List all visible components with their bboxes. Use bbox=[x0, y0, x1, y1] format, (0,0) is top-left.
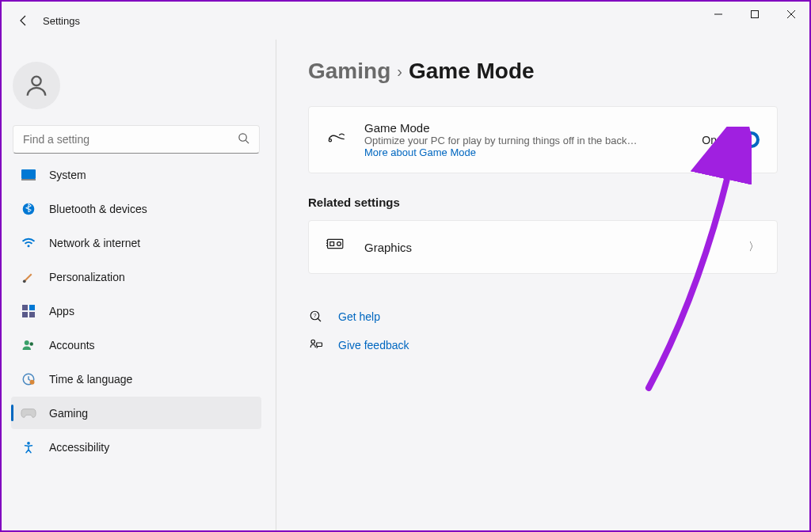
svg-point-11 bbox=[23, 279, 26, 283]
graphics-label: Graphics bbox=[364, 241, 731, 254]
sidebar-item-label: Time & language bbox=[49, 373, 132, 386]
graphics-card[interactable]: Graphics 〉 bbox=[308, 220, 778, 274]
time-icon bbox=[21, 371, 36, 387]
accessibility-icon bbox=[21, 439, 36, 455]
system-icon bbox=[21, 167, 36, 183]
give-feedback-link[interactable]: Give feedback bbox=[308, 331, 778, 359]
sidebar-item-label: Network & internet bbox=[49, 237, 140, 249]
apps-icon bbox=[21, 303, 36, 319]
window-title: Settings bbox=[43, 15, 80, 27]
help-icon: ? bbox=[308, 309, 324, 325]
svg-rect-1 bbox=[752, 11, 759, 18]
sidebar: System Bluetooth & devices Network & int… bbox=[2, 40, 271, 530]
svg-rect-13 bbox=[29, 305, 35, 310]
bluetooth-icon bbox=[21, 201, 36, 217]
chevron-right-icon: 〉 bbox=[748, 240, 760, 254]
get-help-text: Get help bbox=[338, 310, 380, 323]
game-mode-icon bbox=[326, 130, 347, 150]
search-box[interactable] bbox=[13, 125, 260, 154]
svg-point-19 bbox=[30, 379, 35, 384]
svg-point-17 bbox=[30, 342, 34, 346]
svg-text:?: ? bbox=[314, 313, 317, 318]
chevron-right-icon: › bbox=[397, 63, 402, 81]
sidebar-item-network[interactable]: Network & internet bbox=[11, 226, 261, 259]
svg-point-4 bbox=[32, 77, 40, 86]
sidebar-item-personalization[interactable]: Personalization bbox=[11, 260, 261, 293]
svg-rect-15 bbox=[29, 312, 35, 317]
sidebar-item-gaming[interactable]: Gaming bbox=[11, 397, 261, 429]
sidebar-item-label: Gaming bbox=[49, 407, 88, 420]
search-input[interactable] bbox=[23, 133, 238, 146]
game-mode-desc: Optimize your PC for play by turning thi… bbox=[364, 135, 684, 146]
game-mode-link[interactable]: More about Game Mode bbox=[364, 146, 684, 158]
back-button[interactable] bbox=[8, 5, 40, 36]
sidebar-item-system[interactable]: System bbox=[11, 163, 261, 191]
svg-rect-31 bbox=[317, 343, 322, 347]
maximize-button[interactable] bbox=[737, 2, 773, 27]
sidebar-item-time[interactable]: Time & language bbox=[11, 363, 261, 395]
breadcrumb-parent[interactable]: Gaming bbox=[308, 59, 390, 84]
sidebar-item-label: System bbox=[49, 169, 86, 181]
svg-rect-23 bbox=[330, 242, 334, 246]
svg-point-24 bbox=[337, 242, 341, 246]
sidebar-item-accounts[interactable]: Accounts bbox=[11, 329, 261, 361]
user-avatar[interactable] bbox=[13, 62, 60, 109]
main-panel: Gaming › Game Mode Game Mode Optimize yo… bbox=[276, 40, 809, 530]
feedback-icon bbox=[308, 337, 324, 353]
svg-point-20 bbox=[27, 441, 30, 444]
sidebar-item-bluetooth[interactable]: Bluetooth & devices bbox=[11, 192, 261, 225]
search-icon bbox=[238, 132, 249, 147]
svg-point-21 bbox=[329, 139, 331, 141]
sidebar-item-label: Apps bbox=[49, 305, 74, 317]
brush-icon bbox=[21, 269, 36, 285]
game-mode-toggle[interactable] bbox=[726, 131, 760, 148]
toggle-state-label: On bbox=[702, 134, 717, 146]
svg-line-6 bbox=[246, 140, 249, 143]
svg-rect-8 bbox=[21, 179, 36, 180]
sidebar-item-label: Personalization bbox=[49, 271, 125, 283]
accounts-icon bbox=[21, 337, 36, 353]
svg-rect-14 bbox=[22, 312, 28, 317]
sidebar-item-label: Bluetooth & devices bbox=[49, 203, 147, 215]
game-mode-title: Game Mode bbox=[364, 121, 684, 135]
sidebar-item-accessibility[interactable]: Accessibility bbox=[11, 431, 261, 463]
graphics-icon bbox=[326, 237, 347, 257]
wifi-icon bbox=[21, 235, 36, 251]
close-button[interactable] bbox=[773, 2, 809, 27]
game-mode-card: Game Mode Optimize your PC for play by t… bbox=[308, 106, 778, 173]
svg-point-16 bbox=[25, 340, 29, 345]
svg-rect-7 bbox=[21, 169, 36, 179]
give-feedback-text: Give feedback bbox=[338, 339, 409, 352]
breadcrumb: Gaming › Game Mode bbox=[308, 59, 778, 84]
svg-point-10 bbox=[28, 245, 30, 247]
svg-point-30 bbox=[311, 340, 315, 344]
sidebar-item-label: Accounts bbox=[49, 339, 95, 352]
gaming-icon bbox=[21, 405, 36, 421]
svg-rect-12 bbox=[22, 305, 28, 310]
minimize-button[interactable] bbox=[700, 2, 737, 27]
sidebar-item-apps[interactable]: Apps bbox=[11, 294, 261, 327]
svg-point-5 bbox=[239, 133, 246, 140]
sidebar-item-label: Accessibility bbox=[49, 441, 109, 454]
related-settings-heading: Related settings bbox=[308, 196, 778, 209]
get-help-link[interactable]: ? Get help bbox=[308, 302, 778, 331]
breadcrumb-current: Game Mode bbox=[409, 59, 535, 84]
